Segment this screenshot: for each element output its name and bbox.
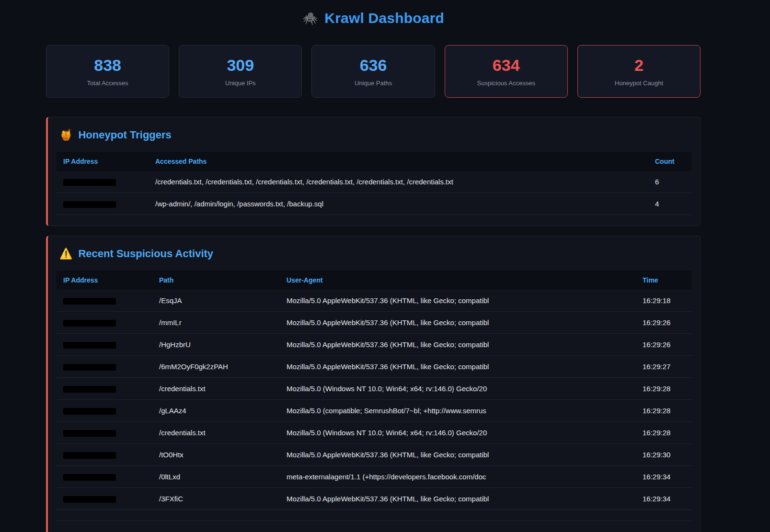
dashboard-container: 🕷️ Krawl Dashboard 838Total Accesses309U… bbox=[46, 0, 701, 532]
cell-user-agent: Mozilla/5.0 AppleWebKit/537.36 (KHTML, l… bbox=[280, 312, 636, 334]
table-row: /3FXfiCMozilla/5.0 AppleWebKit/537.36 (K… bbox=[57, 488, 691, 510]
stat-value-suspicious-accesses: 634 bbox=[493, 56, 520, 75]
column-header-user-agent: User-Agent bbox=[280, 271, 636, 290]
column-header-count: Count bbox=[648, 152, 691, 171]
spider-icon: 🕷️ bbox=[302, 11, 318, 26]
honeypot-table-wrap: IP AddressAccessed PathsCount /credentia… bbox=[57, 152, 691, 215]
cell-path: /mmILr bbox=[152, 312, 280, 334]
cell-ip bbox=[57, 334, 152, 356]
suspicious-title: Recent Suspicious Activity bbox=[78, 248, 213, 260]
redacted-ip bbox=[63, 386, 116, 393]
table-row: /credentials.txtMozilla/5.0 (Windows NT … bbox=[57, 378, 691, 400]
stat-label-honeypot-caught: Honeypot Caught bbox=[615, 79, 663, 87]
cell-path: /3FXfiC bbox=[152, 488, 280, 510]
cell-path: /6mM2OyF0gk2zPAH bbox=[152, 356, 280, 378]
stat-label-unique-ips: Unique IPs bbox=[225, 79, 256, 87]
honeypot-panel-title: 🍯 Honeypot Triggers bbox=[57, 129, 691, 141]
cell-time: 16:29:28 bbox=[636, 378, 691, 400]
cell-count: 6 bbox=[648, 171, 691, 193]
honeypot-header-row: IP AddressAccessed PathsCount bbox=[57, 152, 691, 171]
cell-ip bbox=[57, 466, 152, 488]
honeypot-title: Honeypot Triggers bbox=[78, 129, 171, 141]
cell-path: /0ltLxd bbox=[152, 466, 280, 488]
stat-card-suspicious-accesses: 634Suspicious Accesses bbox=[445, 45, 568, 98]
stat-card-unique-paths: 636Unique Paths bbox=[311, 45, 435, 98]
table-row: /HgHzbrUMozilla/5.0 AppleWebKit/537.36 (… bbox=[57, 334, 691, 356]
cell-path: /credentials.txt bbox=[152, 378, 280, 400]
cell-path: /credentials.txt bbox=[152, 422, 280, 444]
cell-time: 16:29:28 bbox=[636, 400, 691, 422]
table-row: /6mM2OyF0gk2zPAHMozilla/5.0 AppleWebKit/… bbox=[57, 356, 691, 378]
redacted-ip bbox=[63, 342, 116, 349]
page-title: Krawl Dashboard bbox=[324, 10, 444, 26]
cell-path: /EsqJA bbox=[152, 290, 280, 312]
cell-user-agent: Mozilla/5.0 AppleWebKit/537.36 (KHTML, l… bbox=[280, 356, 636, 378]
cell-user-agent: Mozilla/5.0 AppleWebKit/537.36 (KHTML, l… bbox=[280, 444, 636, 466]
cell-time: 16:29:26 bbox=[636, 334, 691, 356]
cell-user-agent: Mozilla/5.0 (Windows NT 10.0; Win64; x64… bbox=[280, 422, 636, 444]
redacted-ip bbox=[63, 298, 116, 305]
redacted-ip bbox=[63, 320, 116, 327]
redacted-ip bbox=[63, 496, 116, 503]
cell-ip bbox=[57, 488, 152, 510]
cell-user-agent: Mozilla/5.0 AppleWebKit/537.36 (KHTML, l… bbox=[280, 334, 636, 356]
table-row: /0ltLxdmeta-externalagent/1.1 (+https://… bbox=[57, 466, 691, 488]
cell-user-agent: Mozilla/5.0 AppleWebKit/537.36 (KHTML, l… bbox=[280, 290, 636, 312]
redacted-ip bbox=[63, 430, 116, 437]
stat-value-total-accesses: 838 bbox=[94, 56, 121, 75]
honeypot-table: IP AddressAccessed PathsCount /credentia… bbox=[57, 152, 691, 215]
redacted-ip bbox=[63, 474, 116, 481]
cell-time: 16:29:18 bbox=[636, 290, 691, 312]
cell-user-agent: Mozilla/5.0 (compatible; SemrushBot/7~bl… bbox=[280, 400, 636, 422]
suspicious-panel-title: ⚠️ Recent Suspicious Activity bbox=[57, 248, 691, 260]
stats-row: 838Total Accesses309Unique IPs636Unique … bbox=[46, 45, 701, 98]
redacted-ip bbox=[63, 364, 116, 371]
cell-ip bbox=[57, 290, 152, 312]
cell-user-agent: Mozilla/5.0 (Windows NT 10.0; Win64; x64… bbox=[280, 378, 636, 400]
column-header-ip-address: IP Address bbox=[57, 271, 152, 290]
stat-label-unique-paths: Unique Paths bbox=[355, 79, 392, 87]
redacted-ip bbox=[63, 179, 116, 186]
cell-paths: /wp-admin/, /admin/login, /passwords.txt… bbox=[149, 193, 648, 215]
cell-path: /tO0Htx bbox=[152, 444, 280, 466]
cell-time: 16:29:30 bbox=[636, 444, 691, 466]
cell-time: 16:29:26 bbox=[636, 312, 691, 334]
table-row: /gLAAz4Mozilla/5.0 (compatible; SemrushB… bbox=[57, 400, 691, 422]
honeypot-panel: 🍯 Honeypot Triggers IP AddressAccessed P… bbox=[46, 117, 701, 226]
table-row: /credentials.txtMozilla/5.0 (Windows NT … bbox=[57, 422, 691, 444]
suspicious-activity-table: IP AddressPathUser-AgentTime /EsqJAMozil… bbox=[57, 271, 691, 510]
stat-label-total-accesses: Total Accesses bbox=[87, 79, 128, 87]
stat-value-unique-paths: 636 bbox=[360, 56, 387, 75]
table-row: /wp-admin/, /admin/login, /passwords.txt… bbox=[57, 193, 691, 215]
stat-label-suspicious-accesses: Suspicious Accesses bbox=[477, 79, 535, 87]
cell-paths: /credentials.txt, /credentials.txt, /cre… bbox=[149, 171, 648, 193]
stat-card-honeypot-caught: 2Honeypot Caught bbox=[577, 45, 701, 98]
column-header-ip-address: IP Address bbox=[57, 152, 149, 171]
table-row: /credentials.txt, /credentials.txt, /cre… bbox=[57, 171, 691, 193]
cell-user-agent: meta-externalagent/1.1 (+https://develop… bbox=[280, 466, 636, 488]
cell-ip bbox=[57, 312, 152, 334]
honeypot-icon: 🍯 bbox=[59, 129, 72, 141]
table-row: /mmILrMozilla/5.0 AppleWebKit/537.36 (KH… bbox=[57, 312, 691, 334]
cell-time: 16:29:34 bbox=[636, 466, 691, 488]
stat-value-unique-ips: 309 bbox=[227, 56, 254, 75]
suspicious-activity-panel: ⚠️ Recent Suspicious Activity IP Address… bbox=[46, 236, 701, 532]
cell-path: /gLAAz4 bbox=[152, 400, 280, 422]
warning-icon: ⚠️ bbox=[59, 248, 72, 260]
page-header: 🕷️ Krawl Dashboard bbox=[46, 0, 701, 28]
stat-value-honeypot-caught: 2 bbox=[634, 56, 644, 75]
redacted-ip bbox=[63, 452, 116, 459]
cell-user-agent: Mozilla/5.0 AppleWebKit/537.36 (KHTML, l… bbox=[280, 488, 636, 510]
cell-ip bbox=[57, 356, 152, 378]
redacted-ip bbox=[63, 408, 116, 415]
cell-ip bbox=[57, 422, 152, 444]
cell-ip bbox=[57, 400, 152, 422]
column-header-time: Time bbox=[636, 271, 691, 290]
cell-ip bbox=[57, 171, 149, 193]
suspicious-header-row: IP AddressPathUser-AgentTime bbox=[57, 271, 691, 290]
cell-ip bbox=[57, 444, 152, 466]
cell-time: 16:29:34 bbox=[636, 488, 691, 510]
cell-ip bbox=[57, 193, 149, 215]
cell-time: 16:29:27 bbox=[636, 356, 691, 378]
stat-card-unique-ips: 309Unique IPs bbox=[179, 45, 302, 98]
